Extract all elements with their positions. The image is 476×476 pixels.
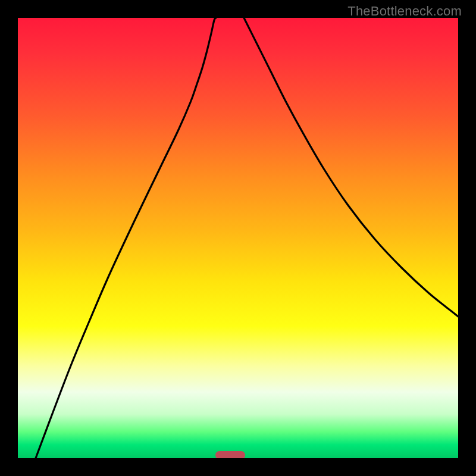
right-curve — [244, 18, 458, 317]
plot-area — [18, 18, 458, 458]
left-curve — [36, 18, 216, 458]
chart-frame: TheBottleneck.com — [0, 0, 476, 476]
bottleneck-marker — [215, 451, 245, 458]
watermark-label: TheBottleneck.com — [347, 4, 462, 19]
curve-layer — [18, 18, 458, 458]
